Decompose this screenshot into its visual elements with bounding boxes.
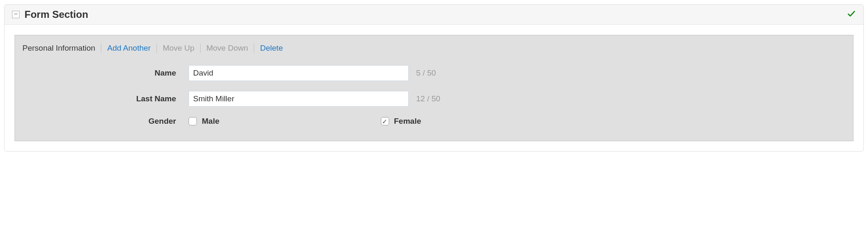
last-name-label: Last Name	[22, 94, 189, 103]
last-name-input[interactable]	[189, 91, 409, 107]
gender-options: Male Female	[189, 117, 421, 126]
separator	[157, 44, 157, 53]
minus-icon: −	[14, 11, 17, 17]
gender-option-male[interactable]: Male	[189, 117, 219, 126]
move-down-link: Move Down	[206, 44, 248, 53]
gender-male-label: Male	[202, 117, 219, 126]
name-label: Name	[22, 69, 189, 78]
separator	[200, 44, 201, 53]
checkbox-icon[interactable]	[381, 117, 389, 125]
gender-female-label: Female	[394, 117, 421, 126]
delete-link[interactable]: Delete	[260, 44, 283, 53]
name-row: Name 5 / 50	[22, 60, 846, 86]
section-actions-row: Personal Information Add Another Move Up…	[22, 42, 846, 60]
separator	[254, 44, 254, 53]
panel-header: − Form Section	[5, 5, 863, 25]
gender-label: Gender	[22, 117, 189, 126]
name-input[interactable]	[189, 65, 409, 81]
last-name-char-count: 12 / 50	[416, 94, 440, 103]
checkbox-icon[interactable]	[189, 117, 197, 125]
checkmark-icon	[847, 9, 856, 20]
gender-option-female[interactable]: Female	[381, 117, 421, 126]
move-up-link: Move Up	[163, 44, 194, 53]
last-name-row: Last Name 12 / 50	[22, 86, 846, 112]
panel-body: Personal Information Add Another Move Up…	[5, 25, 863, 151]
collapse-toggle[interactable]: −	[12, 11, 20, 18]
panel-title: Form Section	[25, 9, 88, 20]
separator	[101, 44, 101, 53]
gender-row: Gender Male Female	[22, 112, 846, 131]
form-section-panel: − Form Section Personal Information Add …	[4, 4, 864, 152]
add-another-link[interactable]: Add Another	[107, 44, 151, 53]
section-title: Personal Information	[22, 44, 95, 53]
personal-info-box: Personal Information Add Another Move Up…	[15, 35, 853, 141]
name-char-count: 5 / 50	[416, 69, 436, 78]
